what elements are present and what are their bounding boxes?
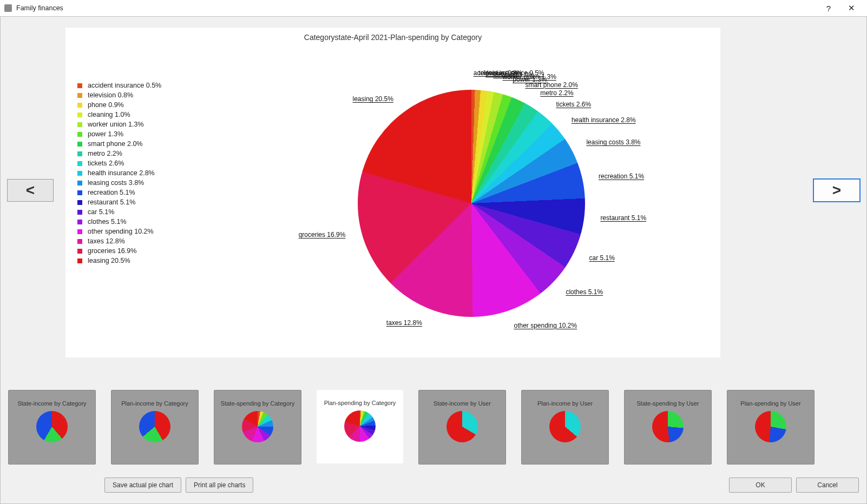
legend-swatch [77, 220, 82, 224]
legend-label: other spending 10.2% [88, 228, 154, 235]
legend-swatch [77, 103, 82, 108]
slice-label: metro 2.2% [540, 89, 573, 97]
legend-swatch [77, 132, 82, 137]
legend-label: health insurance 2.8% [88, 169, 155, 177]
thumbnail[interactable]: State-spending by User [624, 390, 712, 465]
app-icon [4, 4, 12, 12]
thumbnail-pie [549, 411, 581, 442]
legend-item: cleaning 1.0% [77, 111, 161, 118]
legend-swatch [77, 239, 82, 244]
legend-item: tickets 2.6% [77, 160, 161, 167]
thumbnail-title: Plan-income by Category [121, 400, 188, 407]
chart-panel: Categorystate-April 2021-Plan-spending b… [65, 28, 720, 357]
legend-swatch [77, 249, 82, 254]
thumbnail[interactable]: State-income by User [418, 390, 506, 465]
thumbnail-pie [652, 411, 684, 442]
save-chart-button[interactable]: Save actual pie chart [104, 478, 181, 493]
ok-button[interactable]: OK [729, 478, 792, 493]
titlebar: Family finances ? ✕ [0, 0, 867, 17]
slice-label: leasing costs 3.8% [586, 138, 640, 146]
legend-item: television 0.8% [77, 91, 161, 99]
legend-item: accident insurance 0.5% [77, 82, 161, 89]
legend: accident insurance 0.5%television 0.8%ph… [77, 82, 161, 267]
legend-item: car 5.1% [77, 208, 161, 216]
legend-item: smart phone 2.0% [77, 140, 161, 148]
slice-label: car 5.1% [589, 254, 614, 262]
thumbnail-pie [242, 411, 273, 442]
thumbnail-title: Plan-income by User [537, 400, 593, 407]
legend-swatch [77, 229, 82, 234]
legend-label: smart phone 2.0% [88, 140, 142, 148]
legend-item: groceries 16.9% [77, 247, 161, 255]
thumbnail-pie [755, 411, 786, 442]
legend-label: phone 0.9% [88, 101, 124, 109]
cancel-button[interactable]: Cancel [796, 478, 859, 493]
thumbnail-strip: State-income by CategoryPlan-income by C… [8, 390, 859, 463]
legend-label: power 1.3% [88, 130, 123, 138]
thumbnail-title: State-spending by Category [221, 400, 294, 407]
slice-label: other spending 10.2% [514, 322, 577, 329]
thumbnail-pie [36, 411, 68, 442]
legend-swatch [77, 122, 82, 127]
help-button[interactable]: ? [817, 0, 840, 16]
thumbnail[interactable]: Plan-income by Category [111, 390, 199, 465]
legend-label: restaurant 5.1% [88, 198, 135, 206]
next-button[interactable]: > [813, 179, 860, 202]
legend-item: power 1.3% [77, 130, 161, 138]
chart-title: Categorystate-April 2021-Plan-spending b… [65, 28, 720, 42]
thumbnail-title: Plan-spending by Category [324, 400, 396, 406]
legend-item: phone 0.9% [77, 101, 161, 109]
thumbnail-pie [446, 411, 478, 442]
legend-swatch [77, 210, 82, 215]
legend-item: taxes 12.8% [77, 237, 161, 245]
legend-swatch [77, 258, 82, 263]
legend-item: other spending 10.2% [77, 228, 161, 235]
footer: Save actual pie chart Print all pie char… [1, 471, 866, 503]
window-title: Family finances [16, 4, 63, 12]
slice-label: taxes 12.8% [386, 319, 422, 327]
legend-swatch [77, 151, 82, 156]
legend-label: worker union 1.3% [88, 121, 144, 128]
legend-label: metro 2.2% [88, 150, 122, 157]
thumbnail[interactable]: Plan-spending by User [727, 390, 815, 465]
legend-item: clothes 5.1% [77, 218, 161, 226]
pie-chart: accident insurance 0.5%television 0.8%ph… [331, 63, 612, 344]
thumbnail-title: Plan-spending by User [740, 400, 800, 407]
legend-swatch [77, 142, 82, 147]
thumbnail[interactable]: State-income by Category [8, 390, 96, 465]
slice-label: groceries 16.9% [299, 231, 346, 238]
thumbnail[interactable]: Plan-income by User [521, 390, 609, 465]
thumbnail-title: State-income by User [434, 400, 491, 407]
thumbnail-title: State-income by Category [17, 400, 86, 407]
legend-label: recreation 5.1% [88, 189, 135, 196]
legend-item: metro 2.2% [77, 150, 161, 157]
close-button[interactable]: ✕ [840, 0, 863, 16]
thumbnail[interactable]: Plan-spending by Category [317, 390, 403, 463]
legend-label: leasing costs 3.8% [88, 179, 144, 187]
legend-label: taxes 12.8% [88, 237, 125, 245]
legend-label: television 0.8% [88, 91, 133, 99]
legend-label: groceries 16.9% [88, 247, 136, 255]
legend-item: leasing 20.5% [77, 257, 161, 264]
legend-swatch [77, 93, 82, 98]
thumbnail[interactable]: State-spending by Category [214, 390, 301, 465]
legend-swatch [77, 200, 82, 205]
legend-item: restaurant 5.1% [77, 198, 161, 206]
thumbnail-title: State-spending by User [637, 400, 699, 407]
legend-item: worker union 1.3% [77, 121, 161, 128]
legend-label: cleaning 1.0% [88, 111, 130, 118]
legend-swatch [77, 171, 82, 176]
slice-label: health insurance 2.8% [572, 116, 636, 124]
legend-swatch [77, 83, 82, 88]
prev-button[interactable]: < [7, 179, 54, 202]
legend-swatch [77, 190, 82, 195]
legend-label: clothes 5.1% [88, 218, 127, 226]
dialog-content: Categorystate-April 2021-Plan-spending b… [0, 16, 867, 504]
print-charts-button[interactable]: Print all pie charts [186, 478, 253, 493]
legend-item: recreation 5.1% [77, 189, 161, 196]
thumbnail-pie [344, 410, 376, 442]
slice-label: restaurant 5.1% [600, 214, 646, 222]
thumbnail-pie [139, 411, 170, 442]
slice-label: smart phone 2.0% [525, 81, 577, 89]
legend-label: tickets 2.6% [88, 160, 124, 167]
